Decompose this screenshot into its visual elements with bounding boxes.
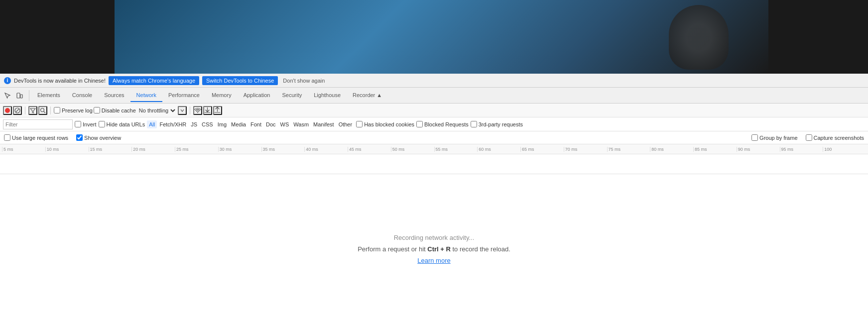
tab-recorder[interactable]: Recorder ▲	[347, 89, 388, 102]
third-party-checkbox[interactable]	[471, 121, 477, 127]
large-rows-checkbox[interactable]	[4, 134, 10, 141]
import-icon[interactable]	[203, 106, 212, 115]
tab-lighthouse[interactable]: Lighthouse	[308, 89, 347, 102]
ruler-mark-14: 75 ms	[607, 147, 650, 152]
hide-data-urls-checkbox[interactable]	[99, 121, 105, 127]
always-match-button[interactable]: Always match Chrome's language	[109, 76, 199, 85]
ruler-mark-9: 50 ms	[391, 147, 434, 152]
ruler-mark-16: 85 ms	[693, 147, 737, 152]
perform-text-after: to record the reload.	[451, 245, 510, 253]
media-center	[115, 0, 768, 74]
tab-network[interactable]: Network	[130, 89, 162, 102]
tab-performance[interactable]: Performance	[162, 89, 206, 102]
svg-point-5	[41, 108, 44, 111]
throttle-select[interactable]: No throttling Fast 3G Slow 3G Offline	[137, 107, 177, 114]
filter-ws-button[interactable]: WS	[278, 120, 291, 128]
show-overview-checkbox[interactable]	[76, 134, 83, 141]
preserve-log-label[interactable]: Preserve log	[54, 107, 93, 113]
device-toolbar-icon[interactable]	[14, 90, 25, 101]
filter-all-button[interactable]: All	[147, 120, 157, 128]
export-icon[interactable]	[213, 106, 222, 115]
group-by-frame-checkbox[interactable]	[751, 134, 758, 141]
ruler-mark-6: 35 ms	[261, 147, 305, 152]
capture-screenshots-label[interactable]: Capture screenshots	[806, 134, 865, 141]
media-area	[0, 0, 868, 74]
tab-security[interactable]: Security	[276, 89, 308, 102]
filter-type-buttons: All Fetch/XHR JS CSS Img Media Font Doc …	[147, 120, 354, 128]
filter-css-button[interactable]: CSS	[200, 120, 215, 128]
svg-line-6	[44, 111, 45, 113]
filter-media-button[interactable]: Media	[229, 120, 248, 128]
filter-input[interactable]	[3, 119, 73, 129]
dismiss-button[interactable]: Don't show again	[281, 76, 327, 85]
third-party-label[interactable]: 3rd-party requests	[471, 121, 523, 127]
filter-icon-button[interactable]	[28, 106, 37, 115]
invert-checkbox-label[interactable]: Invert	[75, 121, 97, 127]
tab-console[interactable]: Console	[66, 89, 98, 102]
filter-bar: Invert Hide data URLs All Fetch/XHR JS C…	[0, 117, 868, 131]
ruler-mark-10: 55 ms	[434, 147, 478, 152]
separator-3	[190, 107, 190, 114]
wifi-icon[interactable]	[193, 106, 202, 115]
ruler-mark-1: 10 ms	[45, 147, 89, 152]
ruler-mark-4: 25 ms	[175, 147, 218, 152]
filter-wasm-button[interactable]: Wasm	[291, 120, 311, 128]
devtools-panel-icons	[2, 90, 29, 101]
filter-doc-button[interactable]: Doc	[264, 120, 278, 128]
info-bar: i DevTools is now available in Chinese! …	[0, 74, 868, 88]
recording-text: Recording network activity...	[394, 234, 475, 241]
svg-point-2	[5, 108, 10, 113]
show-overview-label[interactable]: Show overview	[76, 134, 121, 141]
search-icon-button[interactable]	[38, 106, 47, 115]
network-toolbar: Preserve log Disable cache No throttling…	[0, 104, 868, 117]
ruler-mark-3: 20 ms	[131, 147, 175, 152]
learn-more-link[interactable]: Learn more	[417, 257, 450, 264]
filter-manifest-button[interactable]: Manifest	[311, 120, 336, 128]
media-left	[0, 0, 115, 74]
disable-cache-label[interactable]: Disable cache	[94, 107, 136, 113]
preserve-log-checkbox[interactable]	[54, 107, 60, 113]
tabs-bar: Elements Console Sources Network Perform…	[0, 88, 868, 104]
filter-font-button[interactable]: Font	[248, 120, 263, 128]
separator-1	[25, 107, 25, 114]
tab-elements[interactable]: Elements	[31, 89, 66, 102]
disable-cache-checkbox[interactable]	[94, 107, 100, 113]
tab-memory[interactable]: Memory	[206, 89, 238, 102]
tab-sources[interactable]: Sources	[98, 89, 130, 102]
ruler-marks: 5 ms 10 ms 15 ms 20 ms 25 ms 30 ms 35 ms…	[2, 147, 866, 152]
large-rows-label[interactable]: Use large request rows	[4, 134, 68, 141]
blocked-requests-label[interactable]: Blocked Requests	[416, 121, 469, 127]
capture-screenshots-checkbox[interactable]	[806, 134, 812, 141]
main-content-area: Recording network activity... Perform a …	[0, 174, 868, 324]
group-by-frame-label[interactable]: Group by frame	[751, 134, 797, 141]
ruler-mark-5: 30 ms	[218, 147, 261, 152]
media-right	[768, 0, 868, 74]
ruler-mark-8: 45 ms	[348, 147, 391, 152]
keyboard-shortcut: Ctrl + R	[427, 245, 451, 253]
filter-js-button[interactable]: JS	[189, 120, 199, 128]
invert-checkbox[interactable]	[75, 121, 81, 127]
ruler-mark-2: 15 ms	[89, 147, 132, 152]
separator-2	[50, 107, 51, 114]
ruler-mark-13: 70 ms	[564, 147, 607, 152]
options-row: Use large request rows Show overview Gro…	[0, 131, 868, 144]
perform-text: Perform a request or hit Ctrl + R to rec…	[358, 245, 510, 253]
filter-fetchxhr-button[interactable]: Fetch/XHR	[157, 120, 188, 128]
inspect-icon[interactable]	[2, 90, 13, 101]
throttle-dropdown-icon[interactable]	[178, 106, 187, 115]
has-blocked-cookies-checkbox[interactable]	[356, 121, 363, 127]
clear-button[interactable]	[13, 106, 22, 115]
ruler-mark-11: 60 ms	[477, 147, 520, 152]
switch-devtools-button[interactable]: Switch DevTools to Chinese	[202, 76, 278, 85]
filter-img-button[interactable]: Img	[216, 120, 229, 128]
record-button[interactable]	[3, 106, 12, 115]
has-blocked-cookies-label[interactable]: Has blocked cookies	[356, 121, 414, 127]
tab-application[interactable]: Application	[238, 89, 276, 102]
svg-rect-1	[20, 95, 22, 98]
timeline-ruler: 5 ms 10 ms 15 ms 20 ms 25 ms 30 ms 35 ms…	[0, 144, 868, 154]
filter-other-button[interactable]: Other	[337, 120, 355, 128]
hide-data-urls-label[interactable]: Hide data URLs	[99, 121, 145, 127]
info-icon: i	[4, 77, 11, 84]
ruler-mark-18: 95 ms	[780, 147, 823, 152]
blocked-requests-checkbox[interactable]	[416, 121, 423, 127]
